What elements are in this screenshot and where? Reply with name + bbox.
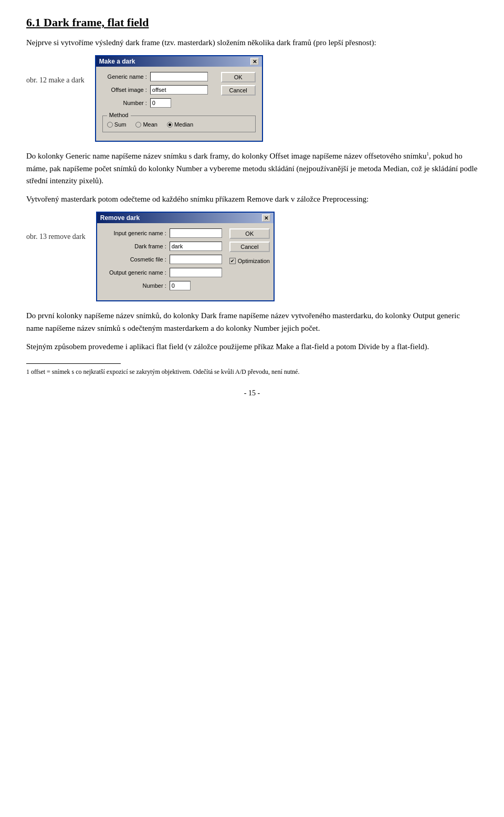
make-dark-dialog: Make a dark ✕ Generic name : Offset imag… [95,55,263,142]
body1-text: Do kolonky Generic name napíšeme název s… [26,152,426,160]
body-paragraph-3: Stejným způsobem provedeme i aplikaci fl… [26,341,478,353]
generic-name-label: Generic name : [102,74,147,80]
remove-dark-figure-block: obr. 13 remove dark Remove dark ✕ Input … [26,212,478,301]
input-generic-name-input[interactable] [170,228,222,238]
make-dark-buttons: OK Cancel [221,72,256,96]
remove-dark-dialog: Remove dark ✕ Input generic name : Dark … [96,212,275,301]
radio-mean[interactable]: Mean [135,121,158,128]
output-generic-name-row: Output generic name : [103,268,222,277]
number-label: Number : [102,100,147,106]
generic-name-input[interactable] [150,72,208,81]
rd-number-label: Number : [103,282,166,289]
body-paragraph-2: Do první kolonky napíšeme název snímků, … [26,310,478,334]
radio-sum-label: Sum [114,121,127,128]
number-row: Number : [102,98,214,108]
cosmetic-file-input[interactable] [170,255,222,264]
remove-dark-dialog-title: Remove dark ✕ [97,213,274,223]
offset-image-input[interactable] [150,85,208,95]
make-dark-figure-block: obr. 12 make a dark Make a dark ✕ Generi… [26,55,478,142]
method-legend: Method [107,112,131,118]
remove-dark-buttons: OK Cancel Optimization [229,228,270,264]
remove-dark-dialog-body: Input generic name : Dark frame : Cosmet… [97,223,274,300]
radio-mean-label: Mean [143,121,158,128]
number-input[interactable] [150,98,171,108]
body-paragraph-1: Do kolonky Generic name napíšeme název s… [26,150,478,187]
cosmetic-file-label: Cosmetic file : [103,256,166,263]
intro-paragraph-1: Nejprve si vytvoříme výsledný dark frame… [26,37,478,49]
make-dark-close-button[interactable]: ✕ [250,58,259,65]
input-generic-name-label: Input generic name : [103,230,166,236]
offset-image-row: Offset image : [102,85,214,95]
optimization-row: Optimization [229,258,270,264]
page-number: - 15 - [26,387,478,399]
footnote-text: 1 offset = snímek s co nejkratší expozic… [26,367,478,377]
dark-frame-label: Dark frame : [103,243,166,249]
rd-number-input[interactable] [170,281,191,290]
rd-number-row: Number : [103,281,222,290]
radio-median[interactable]: Median [167,121,193,128]
method-radio-row: Sum Mean Median [107,118,251,128]
make-dark-cancel-button[interactable]: Cancel [221,85,256,96]
optimization-label: Optimization [238,258,270,264]
cosmetic-file-row: Cosmetic file : [103,255,222,264]
footnote-divider [26,363,121,364]
make-dark-label: obr. 12 make a dark [26,55,85,85]
intro-paragraph-2: Vytvořený masterdark potom odečteme od k… [26,193,478,205]
radio-median-circle[interactable] [167,122,173,128]
page-heading: 6.1 Dark frame, flat field [26,16,478,29]
remove-dark-cancel-button[interactable]: Cancel [229,242,270,252]
remove-dark-title-text: Remove dark [100,214,140,222]
make-dark-dialog-title: Make a dark ✕ [96,56,262,67]
make-dark-dialog-body: Generic name : Offset image : Number : [96,67,262,141]
optimization-checkbox-item[interactable]: Optimization [229,258,270,264]
make-dark-ok-button[interactable]: OK [221,72,256,82]
remove-dark-ok-button[interactable]: OK [229,228,270,239]
optimization-checkbox[interactable] [229,258,236,264]
make-dark-title-text: Make a dark [99,58,135,65]
output-generic-name-input[interactable] [170,268,222,277]
radio-median-label: Median [174,121,193,128]
remove-dark-label: obr. 13 remove dark [26,212,86,241]
radio-mean-circle[interactable] [135,122,141,128]
remove-dark-close-button[interactable]: ✕ [262,214,270,222]
dark-frame-row: Dark frame : [103,242,222,251]
radio-sum[interactable]: Sum [107,121,127,128]
input-generic-name-row: Input generic name : [103,228,222,238]
generic-name-row: Generic name : [102,72,214,81]
offset-image-label: Offset image : [102,87,147,93]
radio-sum-circle[interactable] [107,122,113,128]
dark-frame-input[interactable] [170,242,222,251]
method-groupbox: Method Sum Mean Median [102,116,256,132]
output-generic-name-label: Output generic name : [103,269,166,276]
